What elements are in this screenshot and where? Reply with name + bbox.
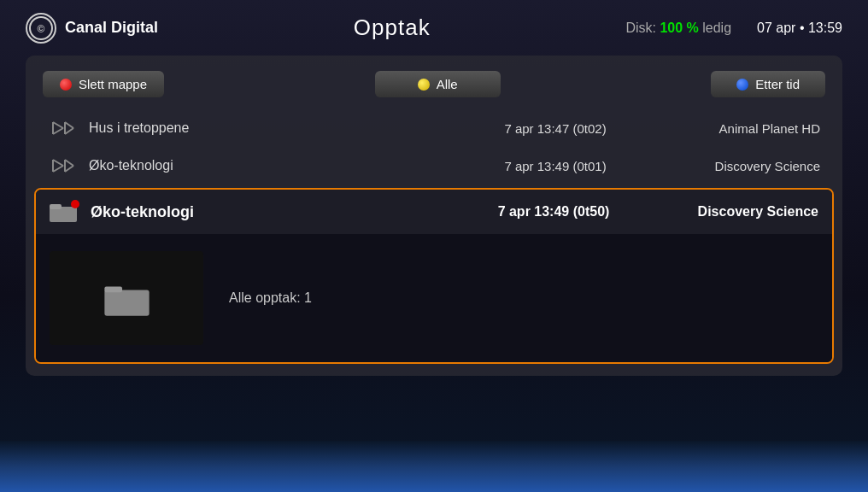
sort-button[interactable]: Etter tid	[711, 71, 825, 97]
main-container: © Canal Digital Opptak Disk: 100 % ledig…	[0, 0, 868, 492]
logo-area: © Canal Digital	[26, 13, 158, 44]
disk-suffix: ledig	[702, 20, 731, 35]
sort-label: Etter tid	[755, 77, 800, 91]
selected-channel: Discovery Science	[648, 204, 818, 220]
folder-recording-icon	[50, 200, 80, 224]
row-channel: Discovery Science	[649, 159, 820, 173]
header: © Canal Digital Opptak Disk: 100 % ledig…	[0, 0, 868, 56]
yellow-dot-icon	[418, 79, 430, 91]
svg-line-6	[65, 128, 73, 134]
canal-digital-logo-icon: ©	[26, 13, 56, 44]
recording-icon	[48, 155, 79, 176]
all-button[interactable]: Alle	[375, 71, 501, 97]
delete-folder-button[interactable]: Slett mappe	[43, 71, 164, 97]
svg-line-2	[53, 122, 63, 128]
folder-preview-thumbnail	[50, 251, 203, 345]
toolbar: Slett mappe Alle Etter tid	[26, 64, 842, 104]
svg-text:©: ©	[38, 23, 45, 35]
svg-rect-18	[104, 286, 122, 292]
blue-dot-icon	[736, 79, 748, 91]
recording-count: Alle opptak: 1	[229, 290, 312, 306]
row-title: Øko-teknologi	[89, 158, 461, 173]
selected-title: Øko-teknologi	[91, 203, 460, 221]
svg-line-8	[53, 160, 63, 166]
disk-label: Disk:	[625, 20, 656, 35]
list-item[interactable]: Hus i tretoppene 7 apr 13:47 (0t02) Anim…	[34, 109, 834, 147]
disk-percent: 100 %	[660, 20, 698, 35]
expanded-preview: Alle opptak: 1	[36, 234, 832, 362]
row-title: Hus i tretoppene	[89, 120, 461, 136]
selected-recording-container[interactable]: Øko-teknologi 7 apr 13:49 (0t50) Discove…	[34, 188, 834, 364]
all-label: Alle	[437, 77, 458, 91]
logo-text: Canal Digital	[65, 19, 158, 37]
disk-info: Disk: 100 % ledig	[625, 20, 731, 36]
svg-rect-17	[104, 290, 149, 315]
recordings-list: Hus i tretoppene 7 apr 13:47 (0t02) Anim…	[26, 109, 842, 184]
svg-point-16	[71, 200, 79, 208]
list-item[interactable]: Øko-teknologi 7 apr 13:49 (0t01) Discove…	[34, 147, 834, 184]
row-time: 7 apr 13:47 (0t02)	[461, 121, 649, 136]
svg-line-3	[53, 128, 63, 134]
row-time: 7 apr 13:49 (0t01)	[461, 159, 649, 173]
svg-rect-15	[50, 204, 62, 209]
bottom-bar	[0, 441, 868, 492]
delete-folder-label: Slett mappe	[79, 77, 147, 91]
datetime: 07 apr • 13:59	[757, 20, 842, 36]
page-title: Opptak	[354, 15, 431, 41]
content-area: Slett mappe Alle Etter tid	[26, 56, 842, 376]
svg-line-12	[65, 166, 73, 172]
selected-time: 7 apr 13:49 (0t50)	[460, 204, 648, 220]
recording-icon	[48, 118, 79, 138]
selected-row-header: Øko-teknologi 7 apr 13:49 (0t50) Discove…	[36, 190, 832, 234]
red-dot-icon	[60, 79, 72, 91]
header-right: Disk: 100 % ledig 07 apr • 13:59	[625, 20, 842, 36]
svg-line-11	[65, 160, 73, 166]
svg-line-9	[53, 166, 63, 172]
row-channel: Animal Planet HD	[649, 121, 820, 136]
svg-line-5	[65, 122, 73, 128]
